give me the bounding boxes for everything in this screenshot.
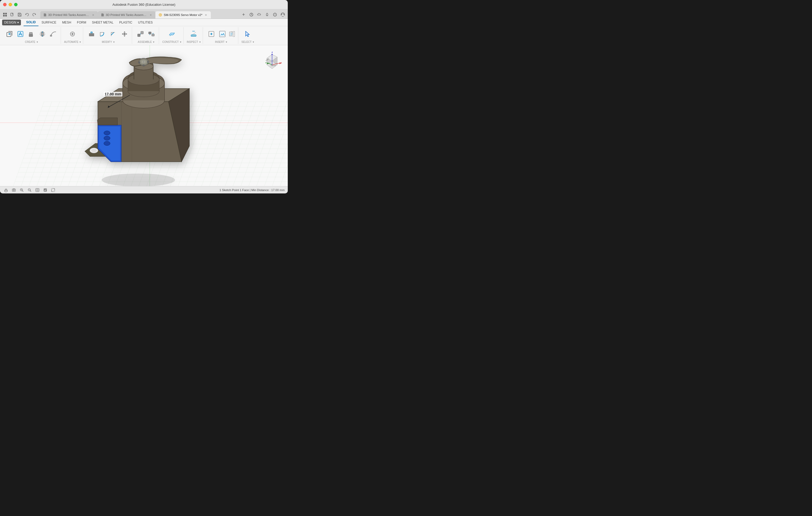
tab-1[interactable]: 3D Printed Wii Tanks Assembly (Black) v1… xyxy=(40,11,98,19)
refresh-button[interactable] xyxy=(249,12,254,18)
undo-button[interactable] xyxy=(24,12,30,18)
tab-3-label: SM-S2309S Servo Motor v2* xyxy=(164,13,202,17)
status-left xyxy=(3,187,56,193)
component-icon xyxy=(158,13,162,17)
minimize-button[interactable] xyxy=(9,3,12,6)
svg-rect-75 xyxy=(53,190,55,192)
tab-2[interactable]: 3D Printed Wii Tanks Assembly v16* ✕ xyxy=(98,11,155,19)
svg-rect-3 xyxy=(5,15,7,17)
ribbon-group-insert: INSERT ▾ xyxy=(204,27,238,44)
chamfer-btn[interactable] xyxy=(108,29,119,39)
fillet-btn[interactable] xyxy=(97,29,108,39)
viewport[interactable]: 17.00 mm xyxy=(0,45,288,186)
view-cube[interactable]: X Y Z FRONT LEFT xyxy=(262,51,283,71)
add-tab-button[interactable]: + xyxy=(241,12,246,18)
construct-group-label: CONSTRUCT ▾ xyxy=(162,40,181,44)
move-btn[interactable] xyxy=(119,29,130,39)
ribbon-content: CREATE ▾ xyxy=(0,26,288,45)
automate-group-label: AUTOMATE ▾ xyxy=(64,40,81,44)
svg-point-53 xyxy=(143,65,145,66)
svg-point-35 xyxy=(102,173,175,186)
grid-toggle-btn[interactable] xyxy=(50,187,56,193)
svg-rect-24 xyxy=(123,33,125,35)
svg-point-37 xyxy=(91,149,96,152)
joint-btn[interactable] xyxy=(135,29,146,39)
ribbon-tab-mesh[interactable]: MESH xyxy=(59,19,74,26)
insert-group-label: INSERT ▾ xyxy=(215,40,227,44)
ribbon-tab-surface[interactable]: SURFACE xyxy=(39,19,59,26)
title-bar: Autodesk Fusion 360 (Education License) xyxy=(0,0,288,9)
design-dropdown[interactable]: DESIGN ▾ xyxy=(2,20,21,25)
svg-rect-1 xyxy=(5,13,7,14)
zoom-fit-btn[interactable] xyxy=(19,187,25,193)
visual-style-btn[interactable] xyxy=(42,187,48,193)
new-component-btn[interactable] xyxy=(4,29,14,39)
svg-rect-67 xyxy=(12,189,16,191)
save-button[interactable] xyxy=(17,12,23,18)
svg-rect-14 xyxy=(7,32,11,37)
svg-point-51 xyxy=(138,61,140,63)
status-bar: 1 Sketch Point 1 Face | Min Distance : 1… xyxy=(0,186,288,193)
ribbon-group-inspect: mm INSPECT ▾ xyxy=(185,27,203,44)
ribbon-tab-utilities[interactable]: UTILITIES xyxy=(136,19,155,26)
sweep-btn[interactable] xyxy=(48,29,59,39)
insert-canvas-btn[interactable] xyxy=(217,29,228,39)
ribbon-group-automate: AUTOMATE ▾ xyxy=(62,27,83,44)
camera-btn[interactable] xyxy=(11,187,17,193)
automate-btn[interactable] xyxy=(67,29,78,39)
ribbon-tab-plastic[interactable]: PLASTIC xyxy=(117,19,135,26)
ribbon-tab-solid[interactable]: SOLID xyxy=(24,19,38,26)
ribbon-group-select: SELECT ▾ xyxy=(239,27,256,44)
assemble-group-label: ASSEMBLE ▾ xyxy=(138,40,154,44)
dimension-line-svg xyxy=(104,94,135,110)
display-mode-btn[interactable] xyxy=(34,187,40,193)
svg-text:X: X xyxy=(281,62,282,64)
svg-rect-23 xyxy=(89,33,94,36)
maximize-button[interactable] xyxy=(14,3,18,6)
help-button[interactable]: ? xyxy=(272,12,278,18)
file-menu-button[interactable] xyxy=(9,12,15,18)
svg-text:FRONT: FRONT xyxy=(271,65,276,66)
notification-button[interactable] xyxy=(264,12,270,18)
press-pull-btn[interactable] xyxy=(86,29,97,39)
window-title: Autodesk Fusion 360 (Education License) xyxy=(113,3,176,6)
pan-tool-btn[interactable] xyxy=(3,187,9,193)
design-label: DESIGN xyxy=(4,21,16,24)
svg-rect-2 xyxy=(3,15,5,17)
svg-point-22 xyxy=(72,33,73,35)
svg-rect-25 xyxy=(138,34,140,37)
close-button[interactable] xyxy=(3,3,6,6)
servo-model-svg xyxy=(69,52,205,186)
svg-point-13 xyxy=(282,13,284,15)
measure-btn[interactable]: mm xyxy=(188,29,199,39)
grid-menu-button[interactable] xyxy=(2,12,8,18)
tab-3-close[interactable]: ✕ xyxy=(204,13,208,17)
extrude-btn[interactable] xyxy=(26,29,37,39)
tab-1-close[interactable]: ✕ xyxy=(92,13,95,17)
create-sketch-btn[interactable] xyxy=(15,29,26,39)
ribbon-group-modify: MODIFY ▾ xyxy=(84,27,132,44)
document-icon xyxy=(44,13,47,17)
svg-rect-6 xyxy=(19,13,20,14)
revolve-btn[interactable] xyxy=(37,29,48,39)
svg-rect-27 xyxy=(149,32,151,34)
svg-point-41 xyxy=(104,136,110,140)
ribbon-tab-sheetmetal[interactable]: SHEET METAL xyxy=(89,19,116,26)
tab-2-close[interactable]: ✕ xyxy=(149,13,152,17)
select-btn[interactable] xyxy=(242,29,253,39)
insert-btn[interactable] xyxy=(206,29,216,39)
modify-group-label: MODIFY ▾ xyxy=(102,40,115,44)
rigid-group-btn[interactable] xyxy=(146,29,157,39)
app-window: Autodesk Fusion 360 (Education License) xyxy=(0,0,288,193)
svg-rect-26 xyxy=(141,31,143,34)
svg-text:mm: mm xyxy=(193,30,195,32)
tab-3[interactable]: SM-S2309S Servo Motor v2* ✕ xyxy=(155,11,211,19)
offset-plane-btn[interactable] xyxy=(167,29,177,39)
zoom-out-btn[interactable] xyxy=(27,187,32,193)
design-dropdown-arrow: ▾ xyxy=(17,21,19,24)
ribbon: DESIGN ▾ SOLID SURFACE MESH FORM SHEET M… xyxy=(0,19,288,45)
redo-button[interactable] xyxy=(31,12,37,18)
ribbon-tab-form[interactable]: FORM xyxy=(74,19,89,26)
profile-button[interactable] xyxy=(280,12,286,18)
cloud-button[interactable] xyxy=(256,12,262,18)
